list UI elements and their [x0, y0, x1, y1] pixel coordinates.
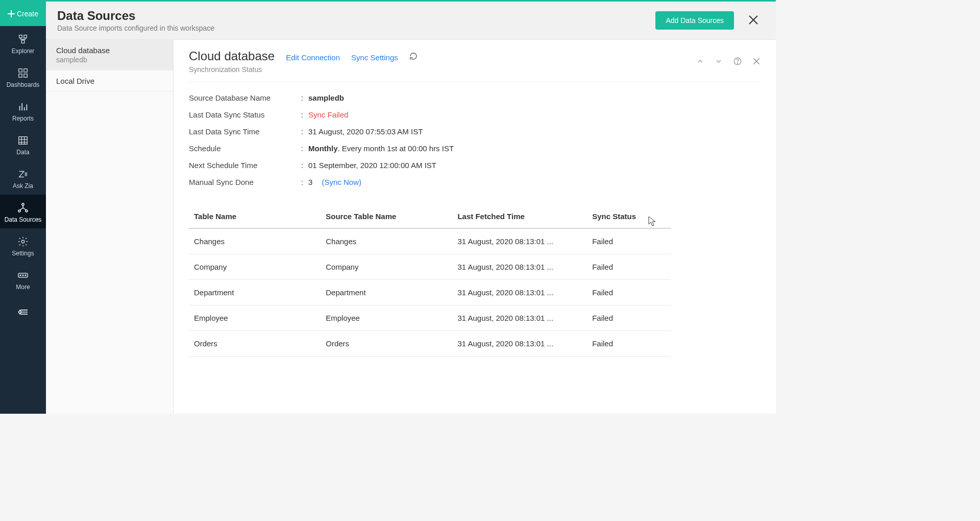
info-manual-sync: Manual Sync Done : 3 (Sync Now) — [189, 174, 761, 191]
detail-title: Cloud database — [189, 49, 275, 63]
edit-connection-link[interactable]: Edit Connection — [286, 53, 340, 62]
svg-point-9 — [18, 210, 20, 212]
svg-rect-1 — [24, 35, 27, 38]
settings-icon — [17, 235, 29, 248]
table-row: ChangesChanges31 August, 2020 08:13:01 .… — [189, 228, 671, 254]
cell-status: Failed — [587, 254, 671, 280]
nav-label: Data Sources — [5, 216, 42, 223]
ask-zia-icon — [17, 168, 29, 180]
collapse-icon — [17, 306, 29, 318]
cell-source: Department — [321, 280, 452, 305]
info-label: Manual Sync Done — [189, 178, 301, 186]
data-sources-icon — [17, 202, 29, 214]
cell-time: 31 August, 2020 08:13:01 ... — [452, 331, 587, 357]
refresh-button[interactable] — [409, 52, 418, 63]
main: Data Sources Data Source imports configu… — [46, 2, 776, 414]
table-row: OrdersOrders31 August, 2020 08:13:01 ...… — [189, 331, 671, 357]
chevron-up-icon — [696, 57, 704, 65]
svg-point-10 — [26, 210, 28, 212]
source-item-title: Local Drive — [56, 77, 163, 85]
nav-label: Settings — [12, 250, 34, 257]
sidebar: Create Explorer Dashboards Reports Data … — [0, 2, 46, 414]
nav-reports[interactable]: Reports — [0, 93, 46, 127]
header-bar: Data Sources Data Source imports configu… — [46, 2, 776, 40]
cell-name: Department — [189, 280, 321, 305]
schedule-bold: Monthly — [308, 144, 338, 153]
reports-icon — [17, 101, 29, 113]
sync-now-link[interactable]: (Sync Now) — [322, 178, 362, 186]
cell-source: Company — [321, 254, 452, 280]
svg-point-14 — [22, 275, 23, 276]
svg-point-15 — [25, 275, 26, 276]
create-label: Create — [17, 10, 38, 18]
cell-name: Changes — [189, 228, 321, 254]
source-item-cloud-database[interactable]: Cloud database sampledb — [46, 40, 173, 70]
more-icon — [17, 269, 29, 281]
svg-rect-7 — [19, 137, 28, 145]
svg-rect-2 — [21, 40, 24, 43]
col-source-table-name: Source Table Name — [321, 205, 452, 228]
cell-time: 31 August, 2020 08:13:01 ... — [452, 228, 587, 254]
nav-label: Dashboards — [7, 81, 40, 88]
nav-label: More — [16, 283, 30, 291]
source-list: Cloud database sampledb Local Drive — [46, 40, 174, 414]
add-data-sources-button[interactable]: Add Data Sources — [655, 11, 734, 30]
svg-rect-4 — [24, 69, 27, 72]
nav-label: Reports — [12, 115, 34, 122]
sync-settings-link[interactable]: Sync Settings — [351, 53, 398, 62]
info-label: Last Data Sync Status — [189, 110, 301, 119]
col-sync-status: Sync Status — [587, 205, 671, 228]
info-label: Schedule — [189, 144, 301, 153]
page-title: Data Sources — [57, 9, 214, 23]
cell-status: Failed — [587, 228, 671, 254]
svg-rect-5 — [19, 74, 22, 77]
table-row: DepartmentDepartment31 August, 2020 08:1… — [189, 280, 671, 305]
col-table-name: Table Name — [189, 205, 321, 228]
nav-data[interactable]: Data — [0, 127, 46, 161]
nav-more[interactable]: More — [0, 262, 46, 296]
nav-label: Ask Zia — [13, 182, 33, 190]
col-last-fetched: Last Fetched Time — [452, 205, 587, 228]
detail-panel: Cloud database Edit Connection Sync Sett… — [174, 40, 776, 414]
cell-source: Orders — [321, 331, 452, 357]
cell-status: Failed — [587, 305, 671, 331]
table-header-row: Table Name Source Table Name Last Fetche… — [189, 205, 671, 228]
cell-source: Changes — [321, 228, 452, 254]
chevron-down-icon — [715, 57, 723, 65]
info-next-schedule: Next Schedule Time : 01 September, 2020 … — [189, 157, 761, 174]
svg-point-11 — [21, 240, 24, 243]
nav-collapse[interactable] — [0, 296, 46, 330]
info-value: 01 September, 2020 12:00:00 AM IST — [308, 161, 436, 170]
source-item-local-drive[interactable]: Local Drive — [46, 70, 173, 92]
close-icon — [748, 15, 758, 25]
sync-status-label: Synchronization Status — [189, 65, 418, 74]
nav-settings[interactable]: Settings — [0, 228, 46, 262]
help-button[interactable] — [733, 57, 742, 66]
info-value: Sync Failed — [308, 110, 348, 119]
nav-label: Explorer — [12, 48, 35, 55]
close-button[interactable] — [746, 13, 761, 29]
nav-explorer[interactable]: Explorer — [0, 26, 46, 60]
info-value: 31 August, 2020 07:55:03 AM IST — [308, 127, 423, 136]
dashboards-icon — [17, 67, 29, 79]
cell-name: Employee — [189, 305, 321, 331]
sync-table: Table Name Source Table Name Last Fetche… — [189, 205, 671, 357]
svg-rect-6 — [24, 74, 27, 77]
refresh-icon — [409, 52, 418, 60]
info-value: sampledb — [308, 93, 344, 102]
nav-dashboards[interactable]: Dashboards — [0, 60, 46, 93]
page-subtitle: Data Source imports configured in this w… — [57, 24, 214, 32]
svg-point-17 — [737, 63, 738, 63]
divider — [189, 82, 761, 82]
cell-time: 31 August, 2020 08:13:01 ... — [452, 305, 587, 331]
cell-name: Orders — [189, 331, 321, 357]
nav-data-sources[interactable]: Data Sources — [0, 195, 46, 228]
nav-ask-zia[interactable]: Ask Zia — [0, 161, 46, 195]
info-label: Source Database Name — [189, 93, 301, 102]
next-button[interactable] — [715, 57, 723, 65]
svg-rect-3 — [19, 69, 22, 72]
panel-close-button[interactable] — [752, 57, 761, 65]
create-button[interactable]: Create — [0, 2, 46, 26]
table-row: EmployeeEmployee31 August, 2020 08:13:01… — [189, 305, 671, 331]
prev-button[interactable] — [696, 57, 704, 65]
